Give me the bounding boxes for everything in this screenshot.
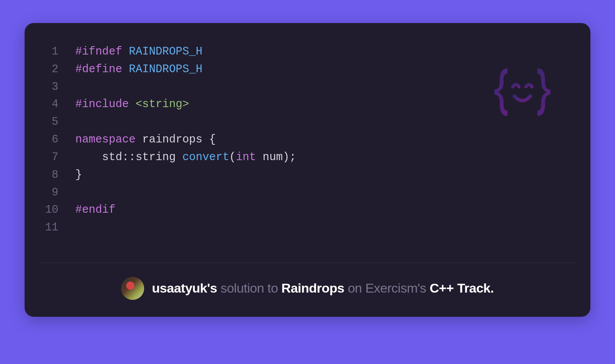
caption-text-1: solution to	[217, 281, 281, 295]
line-number: 9	[40, 184, 75, 202]
exercise-name: Raindrops	[281, 281, 344, 295]
line-number: 6	[40, 131, 75, 149]
code-block: 1#ifndef RAINDROPS_H2#define RAINDROPS_H…	[25, 23, 590, 263]
line-number: 1	[40, 43, 75, 61]
user-avatar	[121, 277, 144, 300]
line-content: #ifndef RAINDROPS_H	[75, 43, 203, 61]
code-line: 11	[40, 219, 575, 237]
line-content: #endif	[75, 201, 115, 219]
line-number: 5	[40, 113, 75, 131]
solution-card: 1#ifndef RAINDROPS_H2#define RAINDROPS_H…	[25, 23, 590, 317]
line-content: }	[75, 166, 82, 184]
line-number: 11	[40, 219, 75, 237]
solution-footer: usaatyuk's solution to Raindrops on Exer…	[25, 263, 590, 317]
line-number: 2	[40, 61, 75, 78]
code-line: 7 std::string convert(int num);	[40, 149, 575, 166]
line-content: #define RAINDROPS_H	[75, 61, 203, 78]
code-line: 8}	[40, 166, 575, 184]
code-line: 6namespace raindrops {	[40, 131, 575, 149]
line-number: 7	[40, 149, 75, 166]
code-line: 1#ifndef RAINDROPS_H	[40, 43, 575, 61]
line-number: 4	[40, 96, 75, 113]
solution-caption: usaatyuk's solution to Raindrops on Exer…	[152, 281, 494, 296]
code-line: 10#endif	[40, 201, 575, 219]
line-number: 10	[40, 201, 75, 219]
exercism-logo	[493, 65, 552, 119]
track-name: C++ Track.	[430, 281, 494, 295]
line-content: std::string convert(int num);	[75, 149, 296, 166]
line-content: #include <string>	[75, 96, 189, 113]
line-content: namespace raindrops {	[75, 131, 216, 149]
username: usaatyuk's	[152, 281, 217, 295]
code-line: 9	[40, 184, 575, 202]
line-number: 8	[40, 166, 75, 184]
caption-text-2: on Exercism's	[344, 281, 430, 295]
line-number: 3	[40, 78, 75, 96]
